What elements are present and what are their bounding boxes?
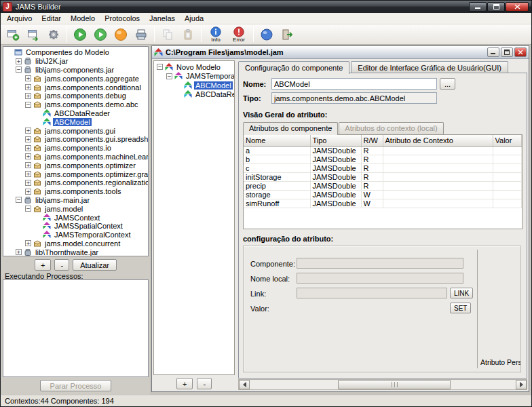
minimize-button[interactable] — [469, 2, 487, 12]
tree-item-abcmodel[interactable]: ABCModel — [3, 117, 148, 126]
component-field[interactable] — [297, 258, 463, 269]
new-model-button[interactable] — [3, 25, 22, 43]
tree-item-abcdatareader[interactable]: ABCDataReader — [3, 109, 148, 118]
table-cell[interactable]: JAMSDouble — [310, 163, 361, 172]
expand-toggle-icon[interactable]: + — [25, 162, 31, 168]
table-cell[interactable]: R — [361, 181, 383, 190]
table-cell[interactable]: JAMSDouble — [310, 146, 361, 155]
table-cell[interactable] — [383, 146, 493, 155]
title-bar[interactable]: J JAMS Builder — [1, 1, 531, 13]
table-row[interactable]: simRunoffJAMSDoubleW — [244, 199, 522, 208]
scrollbar-track[interactable] — [250, 380, 516, 389]
browse-button[interactable]: ... — [440, 78, 455, 90]
running-processes-list[interactable] — [3, 279, 149, 377]
tree-item-jams-components-optimizer-gradient[interactable]: +jams.components.optimizer.gradient — [3, 170, 148, 178]
table-cell[interactable] — [383, 155, 493, 163]
model-frame-titlebar[interactable]: C:\Program Files\jams\model.jam — [152, 46, 529, 59]
table-cell[interactable] — [383, 163, 493, 172]
table-row[interactable]: cJAMSDoubleR — [244, 163, 522, 172]
tab-component-attributes[interactable]: Atributos do componente — [243, 122, 338, 135]
table-cell[interactable] — [383, 199, 493, 208]
tree-item-jamsspatialcontext[interactable]: JAMSSpatialContext — [3, 222, 148, 231]
link-button[interactable]: LINK — [450, 288, 473, 298]
tree-item-jamstemporalcontext[interactable]: JAMSTemporalContext — [3, 231, 148, 239]
table-cell[interactable] — [493, 155, 522, 163]
column-header-tipo[interactable]: Tipo — [310, 135, 361, 146]
collapse-toggle-icon[interactable]: − — [25, 102, 31, 108]
expand-toggle-icon[interactable]: + — [16, 249, 22, 255]
stop-process-button[interactable]: Parar Processo — [40, 380, 112, 391]
model-add-button[interactable]: + — [176, 378, 193, 389]
table-cell[interactable] — [383, 190, 493, 199]
link-field[interactable] — [297, 288, 447, 298]
expand-toggle-icon[interactable]: + — [25, 145, 31, 151]
tree-item-componentes-do-modelo[interactable]: Componentes do Modelo — [3, 48, 148, 57]
exit-button[interactable] — [278, 25, 297, 43]
tree-item-jams-components-machinelearning[interactable]: +jams.components.machineLearning — [3, 153, 148, 161]
run-model-button[interactable] — [71, 25, 90, 43]
collapse-toggle-icon[interactable]: − — [16, 197, 22, 203]
tree-item-lib-thornthwaite-jar[interactable]: +lib\Thornthwaite.jar — [3, 248, 148, 256]
refresh-button[interactable]: Atualizar — [73, 259, 117, 271]
tree-item-jams-model[interactable]: −jams.model — [3, 204, 148, 213]
column-header-nome[interactable]: Nome — [244, 135, 310, 146]
table-cell[interactable]: initStorage — [244, 172, 310, 181]
horizontal-scrollbar[interactable] — [238, 379, 527, 390]
expand-toggle-icon[interactable]: + — [25, 180, 31, 186]
collapse-toggle-icon[interactable]: − — [16, 66, 22, 73]
tree-item-jams-components-debug[interactable]: +jams.components.debug — [3, 92, 148, 100]
table-cell[interactable]: JAMSDouble — [310, 172, 361, 181]
table-cell[interactable]: storage — [244, 190, 310, 199]
expand-toggle-icon[interactable]: + — [25, 93, 31, 99]
table-cell[interactable] — [383, 181, 493, 190]
tree-item-novo-modelo[interactable]: −Novo Modelo — [154, 62, 234, 72]
expand-toggle-icon[interactable]: + — [16, 58, 22, 64]
tab-gui-editor[interactable]: Editor de Interface Gráfica de Usuário(G… — [351, 61, 508, 73]
table-cell[interactable]: W — [361, 190, 383, 199]
error-button[interactable]: Error — [228, 25, 250, 43]
frame-close-button[interactable] — [514, 47, 527, 57]
table-cell[interactable]: R — [361, 146, 383, 155]
table-row[interactable]: initStorageJAMSDoubleR — [244, 172, 522, 181]
maximize-button[interactable] — [487, 2, 505, 12]
table-cell[interactable]: R — [361, 172, 383, 181]
table-row[interactable]: aJAMSDoubleR — [244, 146, 522, 155]
frame-maximize-button[interactable] — [501, 47, 513, 57]
table-cell[interactable] — [493, 190, 522, 199]
tree-item-jams-components-io[interactable]: +jams.components.io — [3, 144, 148, 153]
table-row[interactable]: storageJAMSDoubleW — [244, 190, 522, 199]
tree-item-abcmodel[interactable]: ABCModel — [154, 81, 234, 90]
frame-minimize-button[interactable] — [487, 47, 499, 57]
table-cell[interactable]: JAMSDouble — [310, 190, 361, 199]
table-cell[interactable]: R — [361, 163, 383, 172]
close-button[interactable] — [506, 2, 529, 12]
expand-toggle-icon[interactable]: + — [25, 153, 31, 159]
menu-protocolos[interactable]: Protocolos — [100, 14, 145, 23]
table-row[interactable]: precipJAMSDoubleR — [244, 181, 522, 190]
table-cell[interactable] — [383, 172, 493, 181]
about-button[interactable] — [257, 25, 276, 43]
run-model-gui-button[interactable] — [91, 25, 110, 43]
table-cell[interactable] — [493, 146, 522, 155]
open-model-button[interactable] — [24, 25, 43, 43]
scroll-left-button[interactable] — [239, 380, 250, 389]
remove-library-button[interactable]: - — [54, 259, 69, 271]
table-cell[interactable]: JAMSDouble — [310, 155, 361, 163]
table-cell[interactable]: simRunoff — [244, 199, 310, 208]
tab-component-config[interactable]: Configuração do componente — [238, 61, 349, 74]
deploy-button[interactable] — [132, 25, 151, 43]
table-cell[interactable]: JAMSDouble — [310, 199, 361, 208]
tree-item-jams-components-aggregate[interactable]: +jams.components.aggregate — [3, 74, 148, 83]
tree-item-jams-components-conditional[interactable]: +jams.components.conditional — [3, 83, 148, 92]
table-cell[interactable]: a — [244, 146, 310, 155]
table-cell[interactable]: R — [361, 155, 383, 163]
expand-toggle-icon[interactable]: + — [25, 84, 31, 90]
model-remove-button[interactable]: - — [197, 378, 212, 389]
tree-item-lib-jams-main-jar[interactable]: −lib\jams-main.jar — [3, 196, 148, 205]
table-cell[interactable] — [493, 199, 522, 208]
expand-toggle-icon[interactable]: + — [25, 75, 31, 81]
tree-item-abcdatareader[interactable]: ABCDataReader — [154, 90, 234, 100]
local-name-field[interactable] — [297, 273, 463, 284]
menu-ajuda[interactable]: Ajuda — [180, 14, 208, 23]
table-cell[interactable] — [493, 181, 522, 190]
